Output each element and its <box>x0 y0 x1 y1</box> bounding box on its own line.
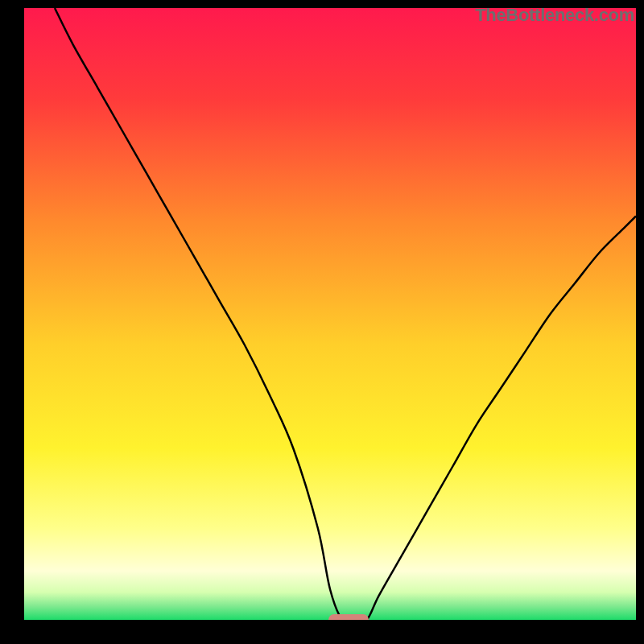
bottleneck-curve <box>55 8 636 620</box>
bottleneck-chart: TheBottleneck.com <box>0 0 644 644</box>
minimum-marker <box>328 614 369 620</box>
plot-area <box>24 8 636 620</box>
curve-layer <box>24 8 636 620</box>
watermark-text: TheBottleneck.com <box>475 5 634 26</box>
